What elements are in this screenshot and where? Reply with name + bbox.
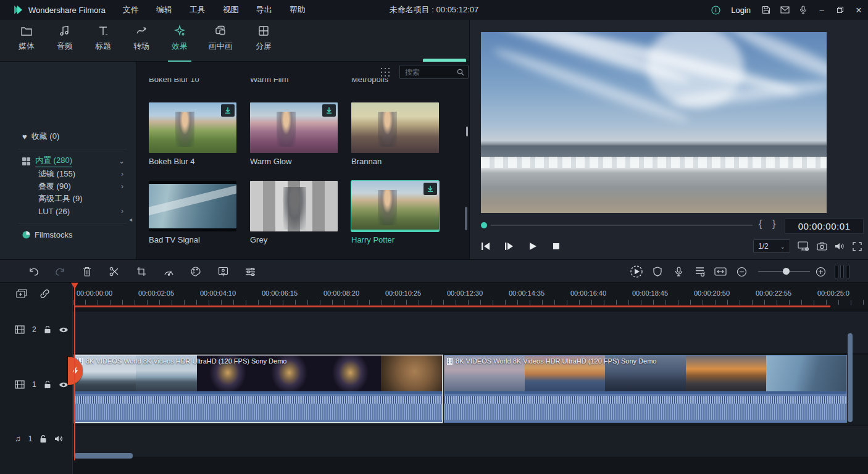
playhead-line[interactable] [74, 283, 75, 460]
preview-quality-dropdown[interactable]: 1/2 ⌄ [753, 239, 790, 253]
color-palette-icon[interactable] [188, 264, 204, 279]
tab-transitions[interactable]: 转场 [123, 25, 159, 60]
timeline-ruler[interactable]: 00:00:00:00 00:00:02:05 00:00:04:10 00:0… [73, 283, 868, 309]
motion-tracking-icon[interactable] [215, 264, 231, 279]
effect-thumbnail [149, 181, 236, 231]
search-input[interactable] [400, 68, 457, 77]
search-box[interactable] [399, 65, 469, 79]
menu-edit[interactable]: 编辑 [148, 0, 181, 20]
microphone-icon[interactable] [794, 0, 812, 20]
sidebar-item-overlays[interactable]: 叠覆 (90) › [0, 180, 136, 193]
tab-media[interactable]: 媒体 [9, 25, 44, 60]
scrolled-effect-labels: Bokeh Blur 10 Warm Film Metropolis [136, 78, 469, 86]
tab-effects[interactable]: 效果 [162, 25, 198, 60]
video-track-1-header: 1 [0, 380, 73, 389]
menu-view[interactable]: 视图 [214, 0, 248, 20]
menu-help[interactable]: 帮助 [281, 0, 314, 20]
effect-card-bad-tv-signal[interactable]: Bad TV Signal [149, 181, 236, 244]
eye-icon[interactable] [59, 326, 69, 333]
restore-button[interactable] [831, 0, 849, 20]
speed-icon[interactable] [161, 264, 177, 279]
lock-icon[interactable] [44, 380, 51, 389]
lock-icon[interactable] [44, 325, 51, 334]
menu-tools[interactable]: 工具 [181, 0, 214, 20]
volume-icon[interactable] [835, 242, 845, 251]
zoom-out-icon[interactable] [733, 264, 749, 279]
crop-icon[interactable] [133, 264, 149, 279]
fullscreen-icon[interactable] [853, 242, 862, 251]
effect-card-brannan[interactable]: Brannan [351, 102, 439, 166]
adjust-sliders-icon[interactable] [242, 264, 258, 279]
minimize-button[interactable]: – [812, 0, 831, 20]
effects-grid-panel: Bokeh Blur 10 Warm Film Metropolis Bokeh… [136, 62, 469, 259]
display-settings-icon[interactable] [798, 241, 809, 251]
tab-audio[interactable]: 音频 [47, 25, 83, 60]
sidebar-item-filters[interactable]: 滤镜 (155) › [0, 168, 136, 180]
timeline-toolbar [0, 259, 868, 283]
sidebar-item-filmstocks[interactable]: Filmstocks [0, 228, 136, 241]
audio-track-1-header: ♫ 1 [0, 434, 73, 443]
search-icon[interactable] [457, 69, 468, 76]
previous-frame-button[interactable] [478, 239, 493, 253]
add-track-icon[interactable] [16, 289, 27, 299]
save-icon[interactable] [757, 0, 775, 20]
panel-collapse-arrow-icon[interactable]: ◂ [129, 216, 132, 223]
clip-label: 8K VIDEOS World 8K Videos HDR UltraHD (1… [447, 357, 656, 365]
chevron-right-icon: › [121, 207, 123, 215]
effect-card-grey[interactable]: Grey [250, 181, 338, 244]
record-voiceover-icon[interactable] [670, 264, 686, 279]
audio-mixer-icon[interactable] [691, 264, 707, 279]
scrubber-track[interactable] [491, 225, 753, 226]
play-button[interactable] [525, 239, 540, 253]
zoom-to-fit-icon[interactable] [712, 264, 728, 279]
track-height-icon[interactable] [835, 265, 849, 278]
effect-card-bokeh-blur-4[interactable]: Bokeh Blur 4 [149, 102, 236, 166]
audio-track-1-row[interactable] [0, 426, 868, 457]
snapshot-camera-icon[interactable] [817, 242, 827, 251]
download-icon [424, 183, 437, 195]
tab-pip[interactable]: 画中画 [202, 25, 238, 60]
video-track-2-row[interactable] [0, 312, 868, 353]
menu-file[interactable]: 文件 [114, 0, 148, 20]
video-track-icon [15, 380, 25, 389]
next-frame-button[interactable] [502, 239, 517, 253]
speaker-icon[interactable] [54, 435, 64, 443]
close-button[interactable]: ✕ [849, 0, 868, 20]
undo-icon[interactable] [26, 264, 42, 279]
scrubber-handle[interactable] [481, 222, 487, 228]
stop-button[interactable] [549, 239, 564, 253]
sidebar-item-advanced-tools[interactable]: 高级工具 (9) [0, 193, 136, 205]
timeline-zoom-knob[interactable] [783, 268, 790, 275]
mark-out-brace[interactable]: } [772, 218, 775, 230]
timeline-vertical-scrollbar[interactable] [848, 333, 853, 422]
clip-audio-waveform [444, 394, 846, 422]
split-scissors-icon[interactable] [106, 264, 122, 279]
timeline-clip-1[interactable]: 8K VIDEOS World 8K Videos HDR UltraHD (1… [74, 355, 443, 423]
lock-icon[interactable] [40, 434, 47, 443]
sidebar-item-builtin[interactable]: 内置 (280) ⌄ [0, 155, 136, 167]
redo-icon[interactable] [52, 264, 68, 279]
action-cam-shield-icon[interactable] [649, 264, 666, 279]
tab-splitscreen[interactable]: 分屏 [246, 25, 282, 60]
effects-scrollbar[interactable] [465, 207, 467, 230]
login-button[interactable]: Login [725, 6, 757, 15]
panel-splitter-handle[interactable] [466, 127, 468, 136]
mark-in-brace[interactable]: { [759, 218, 762, 230]
eye-icon[interactable] [59, 381, 69, 388]
effect-card-harry-potter[interactable]: Harry Potter [351, 181, 439, 244]
menu-export[interactable]: 导出 [248, 0, 281, 20]
delete-icon[interactable] [79, 264, 95, 279]
tab-titles[interactable]: 标题 [85, 25, 121, 60]
playhead-handle[interactable] [71, 283, 78, 289]
grid-view-icon[interactable] [381, 68, 390, 77]
zoom-in-icon[interactable] [812, 264, 828, 279]
info-icon[interactable] [706, 0, 725, 20]
timeline-clip-2[interactable]: 8K VIDEOS World 8K Videos HDR UltraHD (1… [444, 355, 847, 423]
link-icon[interactable] [40, 289, 50, 299]
render-preview-icon[interactable] [628, 264, 645, 279]
mail-icon[interactable] [775, 0, 794, 20]
timeline-horizontal-scrollbar[interactable] [74, 453, 133, 459]
sidebar-item-lut[interactable]: LUT (26) › [0, 205, 136, 217]
effect-card-warm-glow[interactable]: Warm Glow [250, 102, 338, 166]
sidebar-item-favorites[interactable]: ♥ 收藏 (0) [0, 130, 136, 143]
